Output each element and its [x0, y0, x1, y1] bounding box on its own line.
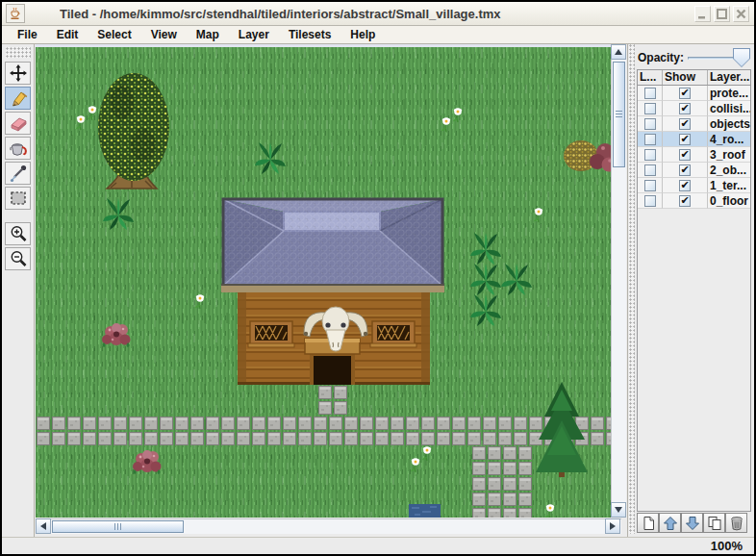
opacity-label: Opacity: — [638, 51, 684, 64]
tool-select-button[interactable] — [5, 187, 31, 210]
horizontal-scrollbar-thumb[interactable] — [52, 520, 184, 533]
toolbar-grip[interactable] — [6, 47, 31, 58]
tool-palette — [2, 44, 35, 537]
menu-item-tilesets[interactable]: Tilesets — [279, 27, 340, 42]
layer-row[interactable]: ✔ 0_floor — [638, 193, 750, 209]
arrow-left-icon — [40, 522, 46, 530]
layer-name: 0_floor — [708, 194, 748, 208]
show-checkbox[interactable]: ✔ — [679, 118, 691, 130]
layer-row[interactable]: ✔ prote... — [638, 86, 750, 101]
show-checkbox[interactable]: ✔ — [679, 134, 691, 145]
arrow-down-icon — [615, 507, 622, 513]
zoom-level: 100% — [711, 539, 743, 553]
vertical-scrollbar-thumb[interactable] — [613, 62, 625, 167]
map-canvas[interactable] — [36, 44, 611, 518]
menu-item-help[interactable]: Help — [340, 27, 385, 42]
map-house — [221, 199, 444, 385]
layer-row[interactable]: ✔ 2_ob... — [638, 163, 750, 178]
tool-zoom-out-button[interactable] — [5, 247, 31, 270]
new-layer-icon — [640, 516, 657, 531]
tool-draw-button[interactable] — [5, 87, 31, 110]
lock-checkbox[interactable] — [644, 195, 656, 207]
menu-item-file[interactable]: File — [8, 27, 47, 42]
arrow-up-icon — [662, 516, 679, 531]
show-checkbox[interactable]: ✔ — [679, 180, 691, 191]
menubar: File Edit Select View Map Layer Tilesets… — [2, 26, 754, 44]
arrow-right-icon — [610, 522, 616, 530]
tool-eraser-button[interactable] — [5, 112, 31, 135]
show-checkbox[interactable]: ✔ — [679, 195, 691, 207]
layer-row[interactable]: ✔ collisi... — [638, 101, 750, 116]
opacity-slider-handle[interactable] — [733, 48, 750, 67]
scroll-right-button[interactable] — [605, 518, 620, 534]
menu-item-view[interactable]: View — [141, 27, 187, 42]
map-house-roof — [221, 199, 444, 292]
opacity-slider-track[interactable] — [688, 57, 738, 60]
layer-row-selected[interactable]: ✔ 4_ro... — [638, 132, 750, 147]
layer-name: 1_ter... — [708, 179, 746, 192]
lower-layer-button[interactable] — [681, 513, 703, 533]
lock-checkbox[interactable] — [644, 180, 656, 191]
menu-item-map[interactable]: Map — [187, 27, 229, 42]
arrow-down-icon — [684, 516, 701, 531]
column-header-layer[interactable]: Layer... — [708, 70, 750, 85]
layer-name: 4_ro... — [708, 133, 743, 146]
zoom-out-icon — [8, 249, 29, 268]
close-button[interactable] — [733, 6, 749, 22]
layer-row[interactable]: ✔ 3_roof — [638, 147, 750, 163]
delete-layer-button[interactable] — [725, 513, 747, 533]
titlebar: Tiled - /home/kimmo/src/stendhal/tiled/i… — [2, 2, 754, 26]
layer-name: prote... — [708, 87, 748, 100]
lock-checkbox[interactable] — [644, 88, 656, 99]
scroll-up-button[interactable] — [611, 44, 626, 60]
raise-layer-button[interactable] — [659, 513, 681, 533]
tiled-window: Tiled - /home/kimmo/src/stendhal/tiled/i… — [0, 0, 756, 556]
zoom-in-icon — [8, 224, 29, 243]
add-layer-button[interactable] — [637, 513, 659, 533]
lock-checkbox[interactable] — [644, 164, 656, 176]
close-icon — [735, 8, 747, 20]
map-water-tile — [409, 504, 441, 518]
tool-eyedropper-button[interactable] — [5, 162, 31, 185]
column-header-lock[interactable]: L... — [638, 70, 663, 85]
horizontal-scrollbar[interactable] — [36, 518, 621, 534]
opacity-slider[interactable] — [688, 47, 751, 68]
tool-move-button[interactable] — [5, 62, 31, 85]
pencil-icon — [8, 88, 29, 108]
map-autumn-bush — [564, 140, 611, 172]
tool-fill-button[interactable] — [5, 137, 31, 160]
lock-checkbox[interactable] — [644, 103, 656, 114]
java-app-icon — [6, 4, 25, 23]
duplicate-layer-button[interactable] — [703, 513, 725, 533]
coffee-cup-icon — [9, 7, 22, 20]
map-scene — [36, 44, 611, 518]
layer-name: collisi... — [708, 102, 750, 115]
vertical-scrollbar[interactable] — [611, 44, 626, 518]
statusbar: 100% — [2, 537, 754, 554]
layer-name: 2_ob... — [708, 164, 746, 177]
map-house-window-right — [370, 321, 416, 347]
layer-row[interactable]: ✔ objects — [638, 116, 750, 132]
duplicate-layer-icon — [706, 516, 723, 531]
lock-checkbox[interactable] — [644, 134, 656, 145]
tool-zoom-in-button[interactable] — [5, 222, 31, 245]
minimize-button[interactable] — [694, 6, 711, 22]
lock-checkbox[interactable] — [644, 118, 656, 130]
menu-item-layer[interactable]: Layer — [229, 27, 279, 42]
show-checkbox[interactable]: ✔ — [679, 149, 691, 161]
column-header-show[interactable]: Show — [663, 70, 708, 85]
maximize-button[interactable] — [714, 6, 730, 22]
menu-item-edit[interactable]: Edit — [47, 27, 88, 42]
scroll-down-button[interactable] — [611, 502, 626, 518]
eyedropper-icon — [8, 164, 29, 183]
scroll-left-button[interactable] — [36, 518, 51, 534]
panel-grip[interactable] — [629, 44, 635, 534]
menu-item-select[interactable]: Select — [88, 27, 140, 42]
show-checkbox[interactable]: ✔ — [679, 103, 691, 114]
lock-checkbox[interactable] — [644, 149, 656, 161]
show-checkbox[interactable]: ✔ — [679, 88, 691, 99]
show-checkbox[interactable]: ✔ — [679, 164, 691, 176]
fill-bucket-icon — [8, 139, 29, 158]
layer-row[interactable]: ✔ 1_ter... — [638, 178, 750, 193]
layer-buttons — [637, 513, 747, 533]
